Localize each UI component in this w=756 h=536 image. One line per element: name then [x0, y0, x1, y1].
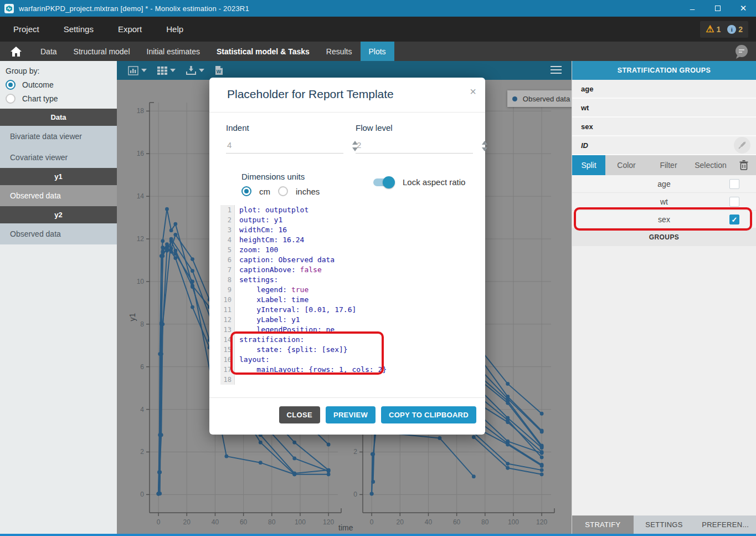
svg-text:16: 16	[137, 150, 145, 157]
menu-export[interactable]: Export	[118, 24, 142, 34]
data-point	[540, 464, 544, 468]
svg-text:2: 2	[353, 448, 357, 456]
close-icon[interactable]: ×	[470, 85, 476, 98]
outcome-radio[interactable]	[6, 80, 16, 90]
info-indicator[interactable]: i 2	[727, 25, 743, 34]
tab-selection[interactable]: Selection	[690, 155, 732, 175]
data-point	[173, 233, 177, 237]
split-checkbox-wt[interactable]	[729, 197, 739, 207]
y-axis-label: y1	[128, 306, 137, 328]
lock-aspect-ratio-toggle[interactable]	[373, 178, 393, 186]
section-header-y2: y2	[0, 206, 117, 223]
covariate-row-sex[interactable]: sex	[572, 118, 756, 136]
sidebar-item-bivariate-data-viewer[interactable]: Bivariate data viewer	[0, 126, 117, 147]
data-point	[540, 446, 544, 450]
copy-to-clipboard-button[interactable]: COPY TO CLIPBOARD	[381, 406, 476, 423]
split-row-wt[interactable]: wt	[572, 193, 756, 211]
word-report-button[interactable]: W	[215, 65, 223, 75]
menu-help[interactable]: Help	[166, 24, 183, 34]
right-sidebar: STRATIFICATION GROUPS age wt sex ID Spli…	[572, 61, 756, 534]
tab-split[interactable]: Split	[572, 155, 605, 175]
covariate-row-wt[interactable]: wt	[572, 99, 756, 118]
sidebar-item-covariate-viewer[interactable]: Covariate viewer	[0, 147, 117, 168]
info-icon: i	[727, 25, 736, 34]
menu-settings[interactable]: Settings	[64, 24, 94, 34]
tab-plots[interactable]: Plots	[361, 42, 394, 61]
menu-bar: Project Settings Export Help ⚠ 1 i 2	[0, 17, 756, 42]
svg-text:120: 120	[323, 518, 334, 526]
data-point	[540, 451, 544, 455]
minimize-button[interactable]: –	[680, 0, 705, 17]
close-window-button[interactable]: ✕	[731, 0, 756, 17]
split-row-sex[interactable]: sex ✓	[572, 211, 756, 228]
tab-filter[interactable]: Filter	[647, 155, 690, 175]
right-sidebar-filler	[572, 246, 756, 515]
tab-data[interactable]: Data	[32, 42, 65, 61]
indent-input[interactable]: 4	[226, 140, 343, 154]
data-point	[259, 461, 263, 464]
data-point	[292, 471, 296, 475]
tab-preferences[interactable]: PREFEREN...	[695, 515, 756, 534]
svg-text:80: 80	[481, 518, 489, 526]
chevron-down-icon	[199, 69, 204, 72]
cm-radio[interactable]	[241, 186, 251, 196]
sidebar-item-observed-data-y2[interactable]: Observed data	[0, 223, 117, 244]
data-point	[191, 257, 194, 261]
comments-button[interactable]	[734, 42, 749, 61]
chart-type-dropdown[interactable]	[128, 66, 147, 75]
flow-level-input[interactable]: 2	[356, 140, 473, 154]
code-line: 3widthCm: 16	[220, 225, 477, 235]
tab-structural-model[interactable]: Structural model	[65, 42, 138, 61]
svg-text:6: 6	[140, 363, 144, 371]
tab-stratify[interactable]: STRATIFY	[572, 515, 634, 534]
inches-radio[interactable]	[278, 186, 288, 196]
flow-level-field: Flow level 2	[356, 123, 473, 154]
svg-text:8: 8	[140, 320, 144, 328]
data-point	[165, 248, 169, 252]
covariate-row-id[interactable]: ID	[572, 136, 756, 155]
code-line: 13 legendPosition: ne	[220, 325, 477, 335]
tab-statistical-model-tasks[interactable]: Statistical model & Tasks	[208, 42, 318, 61]
sidebar-item-observed-data-y1[interactable]: Observed data	[0, 185, 117, 206]
legend-label: Observed data	[523, 95, 570, 103]
plot-toolbar: W	[117, 61, 572, 80]
data-point	[506, 382, 510, 386]
tab-settings-panel[interactable]: SETTINGS	[634, 515, 695, 534]
plot-menu-button[interactable]	[551, 66, 562, 76]
preview-button[interactable]: PREVIEW	[326, 406, 376, 423]
data-point	[540, 456, 544, 460]
no-pick-icon[interactable]	[734, 137, 750, 154]
export-dropdown[interactable]	[186, 66, 204, 75]
tab-color[interactable]: Color	[605, 155, 647, 175]
menu-project[interactable]: Project	[13, 24, 39, 34]
data-point	[169, 228, 173, 232]
split-checkbox-age[interactable]	[729, 179, 739, 189]
group-by-chart-type-option[interactable]: Chart type	[6, 94, 117, 104]
chart-type-radio[interactable]	[6, 94, 16, 104]
split-checkbox-sex[interactable]: ✓	[729, 215, 739, 224]
data-point	[173, 252, 177, 256]
data-point	[292, 441, 296, 445]
split-row-age[interactable]: age	[572, 175, 756, 193]
close-button[interactable]: CLOSE	[279, 406, 320, 423]
svg-text:0: 0	[370, 518, 374, 526]
warning-indicator[interactable]: ⚠ 1	[706, 24, 721, 34]
data-point	[169, 237, 173, 241]
tab-results[interactable]: Results	[318, 42, 361, 61]
dialog-buttons: CLOSE PREVIEW COPY TO CLIPBOARD	[209, 406, 485, 423]
reset-stratification-button[interactable]	[732, 155, 756, 175]
maximize-button[interactable]	[705, 0, 731, 17]
code-line: 5zoom: 100	[220, 245, 477, 255]
home-button[interactable]	[0, 42, 32, 61]
svg-text:4: 4	[140, 406, 144, 414]
report-template-dialog: Placeholder for Report Template × Indent…	[209, 78, 485, 435]
home-icon	[11, 47, 22, 57]
covariate-row-age[interactable]: age	[572, 80, 756, 99]
flow-level-stepper[interactable]	[482, 141, 487, 151]
svg-text:0: 0	[157, 518, 161, 526]
svg-text:120: 120	[536, 518, 547, 526]
data-point	[191, 269, 194, 273]
grid-layout-dropdown[interactable]	[157, 66, 176, 75]
group-by-outcome-option[interactable]: Outcome	[6, 80, 117, 90]
tab-initial-estimates[interactable]: Initial estimates	[138, 42, 208, 61]
